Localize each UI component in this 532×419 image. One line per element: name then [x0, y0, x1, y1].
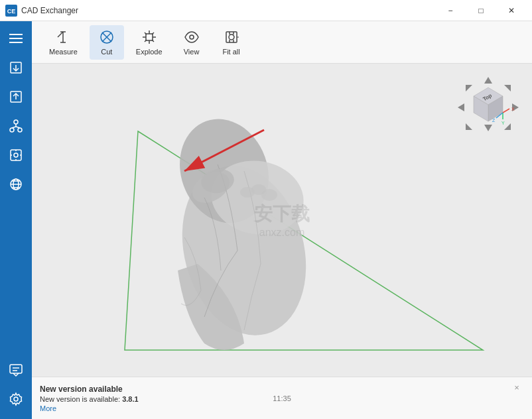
svg-point-52 [229, 34, 234, 40]
new-version-label: New version available [40, 385, 139, 394]
toolbar-measure[interactable]: Measure [42, 25, 84, 60]
maximize-button[interactable]: □ [466, 0, 496, 21]
svg-line-14 [16, 127, 20, 128]
svg-rect-15 [11, 150, 21, 160]
version-detail-prefix: New version is available: [40, 395, 122, 403]
viewport-canvas: Top X Y Z 安下载 [32, 64, 532, 377]
sidebar-item-menu[interactable] [0, 24, 32, 53]
svg-point-29 [14, 397, 18, 401]
svg-rect-47 [226, 32, 237, 42]
minimize-button[interactable]: − [435, 0, 466, 21]
sidebar-bottom [0, 355, 32, 419]
app-title: CAD Exchanger [21, 6, 78, 15]
version-detail: New version is available: 3.8.1 [40, 395, 139, 403]
explode-label: Explode [136, 48, 163, 56]
svg-point-9 [14, 120, 18, 124]
toolbar-explode[interactable]: Explode [129, 25, 169, 60]
svg-text:Z: Z [492, 118, 496, 123]
view-icon [184, 29, 200, 45]
svg-line-33 [58, 32, 63, 37]
sidebar [0, 21, 32, 419]
svg-line-13 [12, 127, 16, 128]
svg-point-16 [14, 153, 18, 157]
status-bar: New version available New version is ava… [32, 377, 532, 419]
main-layout: Measure Cut [0, 21, 532, 419]
export-icon [9, 90, 23, 104]
nav-cube-svg: Top X Y Z [455, 74, 521, 141]
version-number: 3.8.1 [122, 395, 138, 403]
sidebar-item-settings[interactable] [0, 385, 32, 414]
chat-icon [9, 363, 23, 377]
viewport[interactable]: Top X Y Z 安下载 [32, 64, 532, 377]
model-tree-icon [9, 119, 23, 133]
svg-line-43 [152, 32, 154, 34]
fit-all-icon [224, 29, 239, 45]
sidebar-item-export[interactable] [0, 82, 32, 111]
svg-line-44 [145, 40, 147, 42]
svg-marker-73 [504, 123, 511, 130]
toolbar-cut[interactable]: Cut [90, 25, 124, 60]
sidebar-item-model-tree[interactable] [0, 111, 32, 141]
title-bar: CE CAD Exchanger − □ ✕ [0, 0, 532, 21]
cad-exchanger-logo-icon: CE [5, 5, 17, 17]
svg-text:Y: Y [501, 121, 505, 125]
svg-rect-4 [9, 42, 23, 43]
app-logo: CE CAD Exchanger [5, 5, 78, 17]
svg-rect-2 [9, 34, 23, 35]
toolbar-view[interactable]: View [174, 25, 209, 60]
properties-icon [9, 148, 23, 162]
navigation-cube[interactable]: Top X Y Z [455, 74, 521, 141]
version-info: New version available New version is ava… [40, 385, 139, 412]
status-close-button[interactable]: × [512, 383, 521, 392]
svg-point-46 [190, 35, 194, 39]
svg-text:CE: CE [7, 8, 16, 15]
svg-marker-67 [484, 125, 492, 131]
svg-marker-68 [458, 103, 464, 111]
explode-icon [141, 29, 157, 45]
svg-point-63 [240, 187, 255, 198]
status-time: 11:35 [273, 394, 291, 402]
svg-marker-66 [484, 77, 492, 84]
svg-line-45 [152, 40, 154, 42]
cut-label: Cut [101, 48, 112, 56]
content-area: Measure Cut [32, 21, 532, 419]
svg-text:X: X [511, 107, 515, 111]
toolbar-fit-all[interactable]: Fit all [214, 25, 249, 60]
svg-rect-26 [10, 365, 22, 373]
svg-point-11 [18, 128, 22, 132]
fit-all-label: Fit all [222, 48, 239, 56]
more-link[interactable]: More [40, 404, 139, 412]
sidebar-item-import[interactable] [0, 53, 32, 82]
sidebar-item-web[interactable] [0, 170, 32, 199]
svg-marker-70 [466, 85, 472, 91]
menu-icon [9, 32, 23, 45]
view-label: View [184, 48, 200, 56]
svg-marker-72 [466, 123, 472, 130]
settings-icon [9, 392, 23, 406]
svg-point-10 [10, 128, 14, 132]
svg-marker-71 [504, 85, 511, 91]
import-icon [9, 60, 23, 75]
measure-label: Measure [49, 48, 78, 56]
svg-rect-3 [9, 38, 23, 39]
svg-rect-37 [146, 34, 153, 40]
svg-line-42 [145, 32, 147, 34]
svg-line-78 [503, 109, 509, 113]
close-button[interactable]: ✕ [496, 0, 527, 21]
web-icon [9, 177, 23, 192]
sidebar-item-chat[interactable] [0, 355, 32, 385]
measure-icon [55, 29, 71, 45]
window-controls: − □ ✕ [435, 0, 527, 21]
sidebar-item-properties[interactable] [0, 141, 32, 170]
cut-icon [99, 29, 115, 45]
toolbar: Measure Cut [32, 21, 532, 64]
